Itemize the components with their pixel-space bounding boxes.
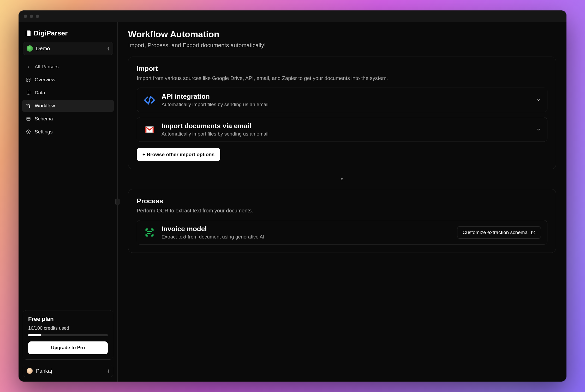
import-option-api[interactable]: API integration Automatically import fil… bbox=[137, 88, 547, 112]
nav-item-label: Schema bbox=[35, 116, 53, 122]
plan-card: Free plan 16/100 credits used Upgrade to… bbox=[23, 310, 113, 360]
user-avatar-icon bbox=[27, 368, 33, 374]
app-window: DigiParser Demo ▴▾ All Parsers bbox=[19, 10, 566, 382]
workflow-icon bbox=[26, 103, 31, 108]
svg-line-11 bbox=[148, 96, 150, 104]
org-selector-label: Demo bbox=[36, 46, 50, 52]
code-icon bbox=[143, 94, 156, 106]
import-panel: Import Import from various sources like … bbox=[128, 57, 556, 169]
nav-item-workflow[interactable]: Workflow bbox=[22, 100, 114, 112]
svg-rect-7 bbox=[27, 117, 30, 120]
sidebar-resize-handle[interactable]: ⋮⋮ bbox=[115, 199, 120, 205]
customize-schema-button[interactable]: Customize extraction schema bbox=[457, 226, 541, 239]
nav-back-label: All Parsers bbox=[35, 64, 59, 70]
org-selector[interactable]: Demo ▴▾ bbox=[23, 42, 113, 55]
customize-schema-label: Customize extraction schema bbox=[463, 230, 528, 235]
nav-item-settings[interactable]: Settings bbox=[22, 126, 114, 138]
nav-back-all-parsers[interactable]: All Parsers bbox=[22, 61, 114, 73]
svg-point-6 bbox=[29, 106, 30, 108]
process-panel-title: Process bbox=[137, 197, 547, 205]
import-option-subtitle: Automatically import files by sending us… bbox=[162, 102, 530, 107]
gmail-icon bbox=[143, 123, 156, 136]
nav-item-data[interactable]: Data bbox=[22, 87, 114, 99]
grid-icon bbox=[26, 77, 31, 82]
process-model-subtitle: Extract text from document using generat… bbox=[162, 234, 451, 240]
process-panel: Process Perform OCR to extract text from… bbox=[128, 189, 556, 253]
nav-item-label: Workflow bbox=[35, 103, 55, 109]
svg-point-4 bbox=[27, 91, 30, 92]
org-avatar-icon bbox=[27, 45, 33, 52]
window-control-minimize[interactable] bbox=[30, 15, 33, 18]
brand-name: DigiParser bbox=[34, 29, 68, 37]
external-link-icon bbox=[531, 230, 535, 235]
scan-text-icon bbox=[143, 226, 156, 239]
plan-title: Free plan bbox=[28, 316, 108, 322]
process-model-title: Invoice model bbox=[162, 225, 451, 233]
upgrade-button[interactable]: Upgrade to Pro bbox=[28, 341, 108, 354]
brand: DigiParser bbox=[19, 22, 117, 42]
sidebar-nav: All Parsers Overview Data bbox=[19, 59, 117, 139]
svg-point-10 bbox=[28, 131, 29, 133]
chevron-down-icon bbox=[536, 127, 541, 132]
page-subtitle: Import, Process, and Export documents au… bbox=[128, 42, 556, 49]
double-chevron-down-icon bbox=[339, 176, 345, 182]
import-option-title: API integration bbox=[162, 93, 530, 101]
plan-usage: 16/100 credits used bbox=[28, 326, 108, 331]
page-title: Workflow Automation bbox=[128, 29, 556, 39]
sidebar: DigiParser Demo ▴▾ All Parsers bbox=[19, 22, 118, 382]
import-option-email[interactable]: Import documents via email Automatically… bbox=[137, 117, 547, 142]
table-icon bbox=[26, 116, 31, 121]
process-panel-subtitle: Perform OCR to extract text from your do… bbox=[137, 208, 547, 214]
titlebar bbox=[19, 10, 566, 22]
nav-item-label: Overview bbox=[35, 77, 55, 83]
nav-item-schema[interactable]: Schema bbox=[22, 113, 114, 125]
import-option-subtitle: Automatically import files by sending us… bbox=[162, 131, 530, 137]
brand-logo-icon bbox=[25, 30, 31, 36]
content-area: DigiParser Demo ▴▾ All Parsers bbox=[19, 22, 566, 382]
chevrons-updown-icon: ▴▾ bbox=[108, 369, 109, 373]
svg-rect-1 bbox=[29, 78, 30, 79]
window-control-zoom[interactable] bbox=[36, 15, 39, 18]
process-model-row: Invoice model Extract text from document… bbox=[137, 220, 547, 245]
chevron-left-icon bbox=[26, 64, 31, 69]
chevrons-updown-icon: ▴▾ bbox=[108, 47, 109, 50]
window-control-close[interactable] bbox=[24, 15, 27, 18]
credits-progress bbox=[28, 334, 108, 336]
user-selector[interactable]: Pankaj ▴▾ bbox=[23, 365, 113, 377]
svg-point-3 bbox=[29, 80, 30, 82]
main-content: Workflow Automation Import, Process, and… bbox=[118, 22, 566, 382]
database-icon bbox=[26, 90, 31, 95]
svg-point-5 bbox=[27, 104, 28, 105]
nav-item-label: Data bbox=[35, 90, 45, 96]
gear-icon bbox=[26, 129, 31, 134]
import-panel-title: Import bbox=[137, 65, 547, 73]
browse-import-options-button[interactable]: + Browse other import options bbox=[137, 148, 220, 161]
nav-item-label: Settings bbox=[35, 129, 53, 135]
user-selector-label: Pankaj bbox=[36, 368, 52, 374]
nav-item-overview[interactable]: Overview bbox=[22, 74, 114, 86]
svg-rect-0 bbox=[27, 78, 28, 79]
credits-progress-fill bbox=[28, 334, 41, 336]
svg-rect-2 bbox=[27, 80, 28, 82]
import-panel-subtitle: Import from various sources like Google … bbox=[137, 75, 547, 81]
import-option-title: Import documents via email bbox=[162, 122, 530, 130]
chevron-down-icon bbox=[536, 98, 541, 102]
panel-connector bbox=[128, 176, 556, 182]
